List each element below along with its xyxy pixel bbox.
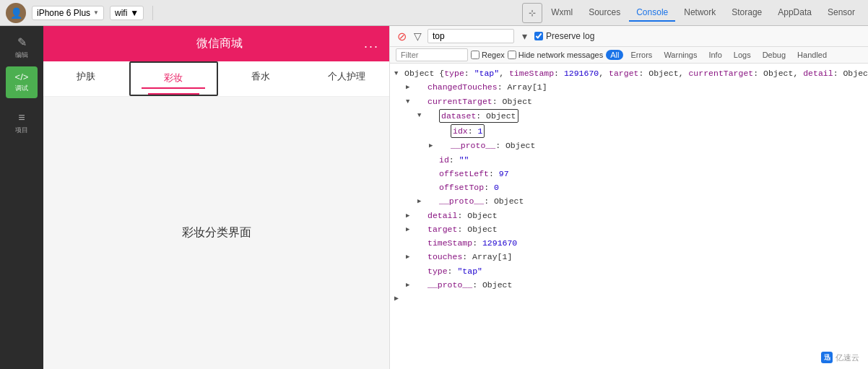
avatar[interactable]: 👤	[6, 3, 26, 23]
preserve-log-checkbox[interactable]	[534, 32, 543, 40]
caret-icon-4[interactable]	[417, 110, 421, 121]
preserve-log-group: Preserve log	[534, 31, 594, 41]
console-line-6[interactable]: __proto__: Object	[390, 139, 868, 152]
console-text-8-key: offsetLeft	[439, 169, 489, 178]
level-warnings[interactable]: Warnings	[659, 50, 701, 60]
nav-makeup[interactable]: 彩妆	[129, 61, 218, 96]
console-text-16: __proto__	[428, 280, 472, 290]
sidebar-item-project[interactable]: ≡ 项目	[6, 107, 38, 139]
console-line-11[interactable]: detail: Object	[390, 209, 868, 222]
main-layout: ✎ 编辑 </> 调试 ≡ 项目 微信商城 ... 护肤 彩妆 香水 个人护理	[0, 26, 868, 369]
console-line-4[interactable]: dataset: Object	[390, 108, 868, 123]
regex-label: Regex	[482, 51, 505, 59]
nav-personal-care[interactable]: 个人护理	[303, 61, 389, 96]
sidebar-item-debug[interactable]: </> 调试	[6, 66, 38, 98]
console-text-1: Object {type: "tap", timeStamp: 1291670,…	[404, 69, 868, 78]
network-chevron-icon: ▼	[130, 8, 139, 18]
level-debug[interactable]: Debug	[758, 50, 790, 60]
devtools-filter-bar: Regex Hide network messages All Errors W…	[390, 47, 868, 64]
level-logs[interactable]: Logs	[729, 50, 755, 60]
caret-icon-2[interactable]	[406, 82, 409, 93]
console-line-16[interactable]: __proto__: Object	[390, 278, 868, 292]
regex-group: Regex	[471, 51, 505, 59]
tab-sources[interactable]: Sources	[581, 4, 628, 22]
hide-network-group: Hide network messages	[508, 51, 603, 59]
console-line-1[interactable]: Object {type: "tap", timeStamp: 1291670,…	[390, 66, 868, 80]
level-all[interactable]: All	[606, 50, 623, 60]
sidebar-project-label: 项目	[15, 126, 28, 135]
console-text-15-key: type	[428, 266, 448, 276]
phone-area: 微信商城 ... 护肤 彩妆 香水 个人护理 彩妆分类界面	[43, 26, 390, 369]
console-text-3: currentTarget	[428, 97, 492, 106]
nav-active-indicator	[142, 87, 206, 89]
tab-appdata[interactable]: AppData	[771, 4, 819, 22]
dropdown-icon[interactable]: ▾	[518, 30, 530, 42]
nav-skincare[interactable]: 护肤	[43, 61, 129, 96]
hide-network-checkbox[interactable]	[508, 51, 516, 59]
filter-icon[interactable]: ▽	[412, 30, 423, 42]
console-text-12: target	[428, 225, 457, 234]
watermark-logo: 迅	[821, 352, 833, 363]
phone-nav: 护肤 彩妆 香水 个人护理	[43, 61, 389, 97]
tab-console[interactable]: Console	[629, 4, 675, 22]
console-output: Object {type: "tap", timeStamp: 1291670,…	[390, 64, 868, 369]
nav-perfume[interactable]: 香水	[218, 61, 304, 96]
caret-icon-6[interactable]	[429, 140, 433, 152]
console-line-8[interactable]: offsetLeft: 97	[390, 167, 868, 181]
level-handled[interactable]: Handled	[793, 50, 831, 60]
network-label: wifi	[115, 8, 127, 18]
tab-wxml[interactable]: Wxml	[544, 4, 580, 22]
console-text-5: idx: 1	[451, 124, 485, 138]
console-text-6: __proto__	[451, 141, 495, 150]
console-text-11: detail	[428, 211, 457, 220]
console-line-15[interactable]: type: "tap"	[390, 264, 868, 278]
level-info[interactable]: Info	[704, 50, 726, 60]
console-line-9[interactable]: offsetTop: 0	[390, 181, 868, 194]
console-text-14: touches	[428, 252, 462, 261]
console-line-7[interactable]: id: ""	[390, 153, 868, 167]
network-selector[interactable]: wifi ▼	[110, 6, 144, 20]
level-errors[interactable]: Errors	[626, 50, 656, 60]
watermark-text: 亿速云	[836, 352, 859, 363]
caret-icon-17[interactable]: ▶	[394, 293, 399, 304]
caret-icon-12[interactable]	[406, 224, 409, 235]
console-text-4: dataset: Object	[439, 109, 518, 123]
caret-icon-1[interactable]	[394, 68, 398, 79]
caret-icon-16[interactable]	[406, 279, 409, 291]
caret-icon-11[interactable]	[406, 210, 409, 222]
caret-icon-14[interactable]	[406, 251, 409, 263]
console-line-17[interactable]: ▶	[390, 292, 868, 293]
console-line-3[interactable]: currentTarget: Object	[390, 95, 868, 108]
search-input[interactable]	[428, 29, 514, 43]
phone-content: 彩妆分类界面	[43, 97, 389, 369]
tab-storage[interactable]: Storage	[724, 4, 769, 22]
console-line-12[interactable]: target: Object	[390, 222, 868, 236]
preserve-log-label: Preserve log	[546, 31, 594, 41]
stop-icon[interactable]: ⊘	[396, 30, 407, 42]
caret-icon-3[interactable]	[406, 96, 409, 108]
cursor-icon[interactable]: ⊹	[522, 3, 542, 23]
left-sidebar: ✎ 编辑 </> 调试 ≡ 项目	[0, 26, 43, 369]
devtools-panel: ⊘ ▽ ▾ Preserve log Regex Hide network me…	[390, 26, 868, 369]
console-line-2[interactable]: changedTouches: Array[1]	[390, 80, 868, 94]
console-line-10[interactable]: __proto__: Object	[390, 194, 868, 208]
console-line-5[interactable]: idx: 1	[390, 123, 868, 139]
caret-icon-10[interactable]	[417, 196, 421, 207]
console-text-9-key: offsetTop	[439, 183, 484, 192]
console-line-14[interactable]: touches: Array[1]	[390, 250, 868, 264]
console-line-13[interactable]: timeStamp: 1291670	[390, 236, 868, 250]
tab-network[interactable]: Network	[677, 4, 723, 22]
phone-title: 微信商城	[196, 36, 243, 51]
device-selector[interactable]: iPhone 6 Plus ▼	[32, 6, 104, 20]
tab-sensor[interactable]: Sensor	[820, 4, 862, 22]
hide-network-label: Hide network messages	[518, 51, 603, 59]
devtools-tab-bar: ⊹ Wxml Sources Console Network Storage A…	[522, 3, 862, 23]
phone-dots[interactable]: ...	[364, 36, 379, 51]
filter-input[interactable]	[396, 48, 468, 61]
edit-icon: ✎	[17, 35, 27, 49]
console-text-13-key: timeStamp	[428, 238, 472, 248]
regex-checkbox[interactable]	[471, 51, 479, 59]
phone-header: 微信商城 ...	[43, 26, 389, 61]
separator	[152, 6, 153, 20]
sidebar-item-edit[interactable]: ✎ 编辑	[6, 32, 38, 64]
